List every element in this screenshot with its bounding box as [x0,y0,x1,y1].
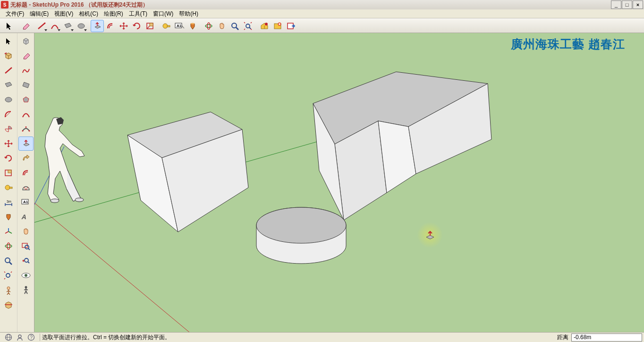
menu-file[interactable]: 文件(F) [3,9,27,19]
polygon-tool-l[interactable] [18,93,34,107]
zoom-extents-tool[interactable] [242,20,255,32]
window-controls: _ □ × [610,0,643,9]
move-tool-l[interactable] [1,137,16,151]
geo-icon[interactable] [5,333,12,341]
svg-point-13 [265,23,268,26]
dimension-tool-l[interactable]: 3m [1,195,16,209]
status-hint: 选取平面进行推拉。Ctrl = 切换创建新的开始平面。 [40,333,554,342]
shape-l-right [313,72,491,220]
send-to-layout-tool[interactable] [284,20,297,32]
zoom-window-tool-l[interactable] [18,239,34,253]
walk-tool-l[interactable] [18,283,34,297]
orbit-tool-l[interactable] [1,239,16,253]
circle-tool[interactable] [75,20,88,32]
line-tool-l[interactable] [1,63,16,77]
user-icon[interactable] [16,333,24,341]
arc-tool[interactable] [48,20,61,32]
followme-tool-l[interactable] [18,151,34,165]
arc-tool-l[interactable] [1,107,16,121]
rotated-rect-tool-l[interactable] [18,78,34,92]
menu-draw[interactable]: 绘图(R) [101,9,126,19]
close-button[interactable]: × [633,0,643,9]
move-tool[interactable] [117,20,130,32]
svg-text:?: ? [30,335,33,340]
svg-point-39 [25,286,27,289]
svg-point-36 [25,258,28,262]
menu-help[interactable]: 帮助(H) [176,9,201,19]
svg-point-12 [246,24,250,28]
3pt-arc-tool-l[interactable] [18,122,34,136]
look-around-tool-l[interactable] [18,268,34,282]
scale-figure [45,117,85,203]
svg-point-24 [7,243,10,249]
svg-text:A1: A1 [23,200,28,204]
eraser-tool-l[interactable] [18,49,34,63]
position-camera-tool-l[interactable] [1,283,16,297]
extension-warehouse-tool[interactable] [271,20,284,32]
svg-text:A: A [21,213,27,221]
scale-tool-l[interactable] [1,166,16,180]
tape-tool[interactable] [160,20,173,32]
pan-tool-l[interactable] [18,224,34,239]
svg-point-29 [28,130,30,132]
3dtext-tool-l[interactable]: A [18,210,34,224]
freehand-tool-l[interactable] [18,63,34,77]
select-tool-l[interactable] [1,34,16,48]
svg-point-50 [256,207,346,243]
svg-point-26 [6,274,10,277]
shape-box-left [127,112,248,232]
rotate-tool[interactable] [130,20,144,32]
paint-tool[interactable] [186,20,199,32]
scale-tool[interactable] [144,20,157,32]
help-icon[interactable]: ? [27,333,35,341]
svg-point-11 [232,23,237,28]
text-tool[interactable]: A1 [173,20,186,32]
3dwarehouse-tool[interactable] [258,20,271,32]
offset-tool[interactable] [104,20,117,32]
paint-tool-l[interactable] [1,210,16,224]
svg-point-9 [205,25,212,27]
2pt-arc-tool-l[interactable] [18,107,34,121]
select-tool[interactable] [3,20,16,32]
menu-bar: 文件(F) 编辑(E) 视图(V) 相机(C) 绘图(R) 工具(T) 窗口(W… [0,9,644,18]
pan-tool[interactable] [215,20,229,32]
menu-tools[interactable]: 工具(T) [126,9,150,19]
minimize-button[interactable]: _ [611,0,621,9]
maximize-button[interactable]: □ [622,0,632,9]
rect-tool[interactable] [61,20,75,32]
pie-tool-l[interactable] [1,122,16,136]
section-tool-l[interactable] [1,298,16,312]
menu-window[interactable]: 窗口(W) [150,9,176,19]
text-tool-l[interactable]: A1 [18,195,34,209]
zoom-extents-tool-l[interactable] [1,268,16,282]
outliner-tool[interactable] [18,34,34,48]
svg-point-8 [191,23,195,24]
menu-view[interactable]: 视图(V) [51,9,76,19]
zoom-tool-l[interactable] [1,254,16,268]
protractor-tool-l[interactable] [18,180,34,195]
previous-tool-l[interactable] [18,254,34,268]
circle-tool-l[interactable] [1,93,16,107]
rotate-tool-l[interactable] [1,151,16,165]
orbit-tool[interactable] [202,20,215,32]
svg-point-38 [25,274,27,277]
measure-input[interactable] [571,333,642,342]
toolbar-left: 3m A1 A [0,33,34,333]
eraser-tool[interactable] [19,20,32,32]
rect-tool-l[interactable] [1,78,16,92]
svg-text:A1: A1 [177,24,182,28]
viewport-3d[interactable]: 廣州海珠工藝 趙春江 [34,33,644,332]
svg-point-28 [22,130,23,132]
pushpull-tool-l[interactable] [18,137,34,151]
pushpull-tool[interactable] [91,20,104,32]
zoom-tool[interactable] [229,20,242,32]
tape-tool-l[interactable] [1,180,16,195]
app-icon: S [1,1,8,9]
offset-tool-l[interactable] [18,166,34,180]
line-tool[interactable] [35,20,48,32]
menu-camera[interactable]: 相机(C) [76,9,101,19]
svg-rect-19 [8,170,11,173]
menu-edit[interactable]: 编辑(E) [27,9,51,19]
make-component-tool[interactable] [1,49,16,63]
axes-tool-l[interactable] [1,224,16,239]
